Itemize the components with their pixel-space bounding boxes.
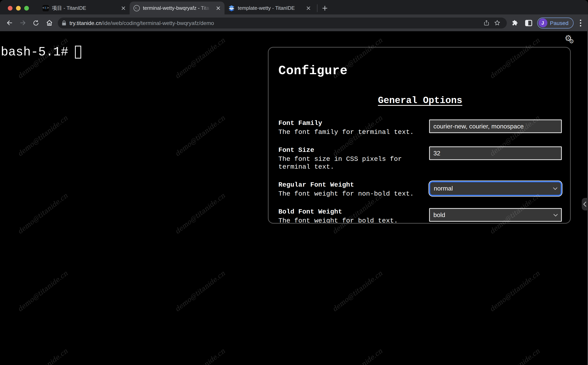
url-bar[interactable]: try.titanide.cn/ide/web/coding/terminal-… [58,17,507,28]
forward-button[interactable] [16,16,29,29]
close-tab-icon[interactable] [120,5,126,11]
paused-status-label: Paused [550,20,568,26]
watermark-text: demo@titanide.cn [173,269,226,313]
terminal-prompt-line: bash-5.1# [1,44,81,60]
terminal-cursor [75,45,81,58]
traffic-lights [8,6,29,11]
share-icon[interactable] [481,17,492,28]
titanide-code-icon: <t> [42,5,49,11]
close-tab-icon[interactable] [305,5,312,11]
regular-font-weight-row: Regular Font Weight The font weight for … [278,181,562,198]
font-family-description: The font family for terminal text. [278,128,422,136]
regular-font-weight-select[interactable]: normal [429,181,562,196]
avatar: J [538,18,547,27]
side-panel-icon[interactable] [522,16,535,29]
tab-template-wetty[interactable]: </> template-wetty - TitanIDE [224,1,315,14]
drawer-collapse-handle[interactable] [582,198,588,211]
back-button[interactable] [3,16,16,29]
extensions-puzzle-icon[interactable] [509,16,522,29]
tab-title: 项目 - TitanIDE [52,5,117,12]
watermark-text: demo@titanide.cn [16,114,69,158]
lock-icon [62,20,66,26]
browser-window: <t> 项目 - TitanIDE >_ terminal-wetty-bwqr… [0,0,588,365]
terminal-prompt: bash-5.1# [1,45,68,59]
font-family-label: Font Family [278,119,422,127]
svg-text:</>: </> [230,6,233,8]
bold-font-weight-label: Bold Font Weight [278,208,422,216]
watermark-text: demo@titanide.cn [16,192,69,236]
close-window-button[interactable] [8,6,13,11]
watermark-text: demo@titanide.cn [331,269,384,313]
regular-font-weight-description: The font weight for non-bold text. [278,190,422,198]
section-heading: General Options [278,95,562,106]
url-text: try.titanide.cn/ide/web/coding/terminal-… [70,20,481,26]
configure-panel: Configure General Options Font Family Th… [268,47,571,224]
url-path: /ide/web/coding/terminal-wetty-bwqryafz/… [102,20,214,26]
browser-toolbar: try.titanide.cn/ide/web/coding/terminal-… [0,14,588,31]
watermark-text: demo@titanide.cn [16,347,69,365]
font-family-input[interactable] [429,119,562,133]
chevron-down-icon [553,214,558,216]
font-family-row: Font Family The font family for terminal… [278,119,562,136]
new-tab-button[interactable] [320,3,330,13]
regular-font-weight-label: Regular Font Weight [278,181,422,189]
tab-title: template-wetty - TitanIDE [238,5,302,11]
chevron-left-icon [583,201,587,207]
watermark-text: demo@titanide.cn [173,114,226,158]
tab-terminal-wetty[interactable]: >_ terminal-wetty-bwqryafz - Tita [130,1,224,14]
font-size-description: The font size in CSS pixels for terminal… [278,155,422,171]
menu-dots-icon[interactable] [576,16,585,29]
gear-icon: ⚙ [569,39,574,44]
template-layers-icon: </> [228,5,235,11]
terminal-page[interactable]: bash-5.1# ⚙ ⚙ Configure General Options … [0,31,588,365]
bold-font-weight-row: Bold Font Weight The font weight for bol… [278,208,562,224]
settings-gears-button[interactable]: ⚙ ⚙ [565,34,577,47]
bold-font-weight-select[interactable]: bold [429,208,562,222]
watermark-text: demo@titanide.cn [173,36,226,80]
url-domain: try.titanide.cn [70,20,102,26]
tab-strip: <t> 项目 - TitanIDE >_ terminal-wetty-bwqr… [0,0,588,14]
reload-button[interactable] [29,16,42,29]
watermark-text: demo@titanide.cn [331,347,384,365]
terminal-circle-icon: >_ [133,5,140,11]
zoom-window-button[interactable] [24,6,29,11]
bookmark-star-icon[interactable] [492,17,503,28]
watermark-text: demo@titanide.cn [488,347,541,365]
close-tab-icon[interactable] [215,5,221,11]
chevron-down-icon [553,187,558,190]
font-size-input[interactable] [429,146,562,160]
font-size-label: Font Size [278,146,422,154]
home-button[interactable] [42,16,56,29]
watermark-text: demo@titanide.cn [16,269,69,313]
panel-title: Configure [278,64,562,78]
minimize-window-button[interactable] [16,6,21,11]
tab-divider [317,4,317,12]
font-size-row: Font Size The font size in CSS pixels fo… [278,146,562,171]
bold-font-weight-description: The font weight for bold text. [278,217,422,224]
watermark-text: demo@titanide.cn [173,347,226,365]
profile-paused-button[interactable]: J Paused [537,17,574,28]
tab-titanide-project[interactable]: <t> 项目 - TitanIDE [39,1,130,14]
watermark-text: demo@titanide.cn [173,192,226,236]
watermark-text: demo@titanide.cn [488,269,541,313]
tab-title: terminal-wetty-bwqryafz - Tita [143,5,212,11]
